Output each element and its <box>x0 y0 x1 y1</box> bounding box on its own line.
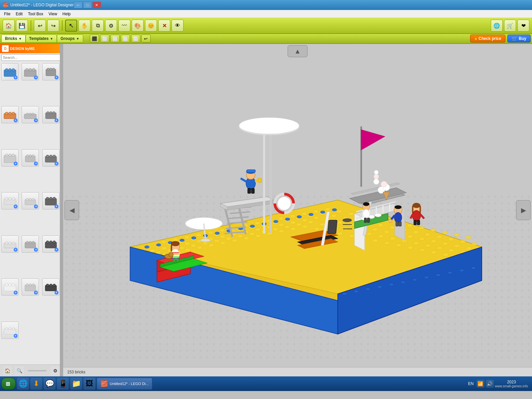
hinge-button[interactable]: ⚙ <box>105 20 117 32</box>
brick-item[interactable]: + <box>42 278 60 296</box>
flex-button[interactable]: 〰 <box>118 20 130 32</box>
brick-item[interactable]: + <box>42 149 60 167</box>
taskbar-icon-browser[interactable]: 🌐 <box>17 378 29 390</box>
brick-add-icon: + <box>34 75 38 79</box>
maximize-button[interactable]: □ <box>83 2 92 8</box>
svg-point-55 <box>32 241 35 243</box>
menu-toolbox[interactable]: Tool Box <box>25 11 46 17</box>
svg-point-2 <box>9 68 11 71</box>
taskbar-sound-icon[interactable]: 🔊 <box>486 380 494 388</box>
taskbar-icon-skype[interactable]: 💬 <box>44 378 56 390</box>
sub-btn-1[interactable]: ⬛ <box>90 35 99 43</box>
brick-item[interactable]: + <box>22 192 39 209</box>
menu-edit[interactable]: Edit <box>13 11 25 17</box>
brick-item[interactable]: + <box>42 63 60 80</box>
brick-item[interactable]: + <box>22 63 39 80</box>
brick-item[interactable]: + <box>22 235 39 253</box>
svg-point-187 <box>413 242 419 245</box>
svg-point-274 <box>278 197 291 210</box>
brick-item[interactable]: + <box>1 322 19 339</box>
svg-point-42 <box>29 199 32 201</box>
svg-point-61 <box>5 284 8 286</box>
nav-left-button[interactable]: ◀ <box>65 200 79 220</box>
sidebar-btn-search[interactable]: 🔍 <box>15 366 24 375</box>
clone-button[interactable]: ⧉ <box>92 20 104 32</box>
sub-btn-5[interactable]: ⬜ <box>131 35 140 43</box>
tab-groups[interactable]: Groups ▼ <box>57 35 83 43</box>
bottombar: 153 bricks <box>63 367 532 376</box>
delete-button[interactable]: ✕ <box>158 20 170 32</box>
home-button[interactable]: 🏠 <box>3 20 15 32</box>
toolbar-right-btn3[interactable]: ❤ <box>517 20 529 32</box>
brick-item[interactable]: + <box>42 106 60 123</box>
menu-file[interactable]: File <box>1 11 13 17</box>
brick-add-icon: + <box>55 204 59 208</box>
svg-point-74 <box>9 328 11 330</box>
sidebar-btn-home[interactable]: 🏠 <box>3 366 12 375</box>
svg-point-10 <box>50 68 52 70</box>
save-button[interactable]: 💾 <box>16 20 28 32</box>
taskbar-icon-explorer[interactable]: 📁 <box>70 378 82 390</box>
paint-button[interactable]: 🎨 <box>132 20 144 32</box>
svg-rect-285 <box>247 170 255 172</box>
menu-view[interactable]: View <box>46 11 60 17</box>
menu-help[interactable]: Help <box>60 11 73 17</box>
brick-item[interactable]: + <box>1 106 19 123</box>
taskbar-app-lego[interactable]: 🧱 Untitled12* - LEGO Di... <box>97 378 152 390</box>
svg-point-198 <box>197 246 202 249</box>
svg-point-159 <box>419 237 425 241</box>
buy-button[interactable]: 🛒 Buy <box>507 35 531 43</box>
brick-item[interactable]: + <box>22 106 39 123</box>
brick-item[interactable]: + <box>1 192 19 209</box>
taskbar-icon-messenger[interactable]: 📱 <box>57 378 69 390</box>
svg-point-34 <box>50 155 52 158</box>
brick-item[interactable]: + <box>1 235 19 253</box>
sidebar: D DESIGN byME + + + + <box>0 44 63 376</box>
toolbar-right-btn1[interactable]: 🌐 <box>491 20 503 32</box>
brick-item[interactable]: + <box>42 192 60 209</box>
view-button[interactable]: 👁 <box>172 20 184 32</box>
svg-point-149 <box>302 218 307 222</box>
brick-item[interactable]: + <box>1 63 19 80</box>
taskbar-network-icon[interactable]: 📶 <box>476 380 484 388</box>
search-input[interactable] <box>1 54 61 61</box>
undo-button[interactable]: ↩ <box>34 20 46 32</box>
sub-btn-3[interactable]: ⬜ <box>110 35 120 43</box>
select-button[interactable]: ↖ <box>65 20 77 32</box>
sidebar-resize-handle[interactable] <box>60 44 63 376</box>
svg-point-66 <box>29 284 32 286</box>
tab-templates[interactable]: Templates ▼ <box>26 35 57 43</box>
svg-point-226 <box>180 239 184 242</box>
brick-item[interactable]: + <box>22 149 39 167</box>
sidebar-slider[interactable] <box>28 370 47 371</box>
brick-item[interactable]: + <box>22 278 39 296</box>
start-button[interactable]: ⊞ Start <box>1 378 16 390</box>
face-button[interactable]: 😊 <box>145 20 157 32</box>
taskbar-icon-media[interactable]: 🖼 <box>83 378 95 390</box>
minimize-button[interactable]: ─ <box>74 2 82 8</box>
nav-up-button[interactable]: ▲ <box>288 45 308 57</box>
tab-bricks[interactable]: Bricks ▼ <box>1 35 26 43</box>
sub-btn-4[interactable]: ⬜ <box>121 35 130 43</box>
check-price-button[interactable]: ● Check price <box>470 35 506 43</box>
sidebar-btn-settings[interactable]: ⚙ <box>51 366 60 375</box>
taskbar-icon-torrent[interactable]: ⬇ <box>30 378 42 390</box>
brick-add-icon: + <box>55 75 59 79</box>
toolbar-right-btn2[interactable]: 🛒 <box>504 20 516 32</box>
svg-rect-314 <box>328 220 337 233</box>
close-button[interactable]: ✕ <box>92 2 101 8</box>
svg-point-45 <box>46 197 49 200</box>
sub-btn-6[interactable]: ↩ <box>141 35 151 43</box>
brick-item[interactable]: + <box>1 278 19 296</box>
nav-right-button[interactable]: ▶ <box>516 200 531 220</box>
sub-btn-2[interactable]: ⬜ <box>100 35 109 43</box>
canvas[interactable]: ▲ ◀ ▶ <box>63 44 532 376</box>
svg-point-162 <box>454 244 460 248</box>
brick-add-icon: + <box>34 162 38 166</box>
svg-rect-321 <box>364 218 366 222</box>
svg-point-49 <box>6 242 8 244</box>
redo-button[interactable]: ↪ <box>47 20 59 32</box>
grab-button[interactable]: ✋ <box>78 20 90 32</box>
brick-item[interactable]: + <box>42 235 60 253</box>
brick-item[interactable]: + <box>1 149 19 167</box>
